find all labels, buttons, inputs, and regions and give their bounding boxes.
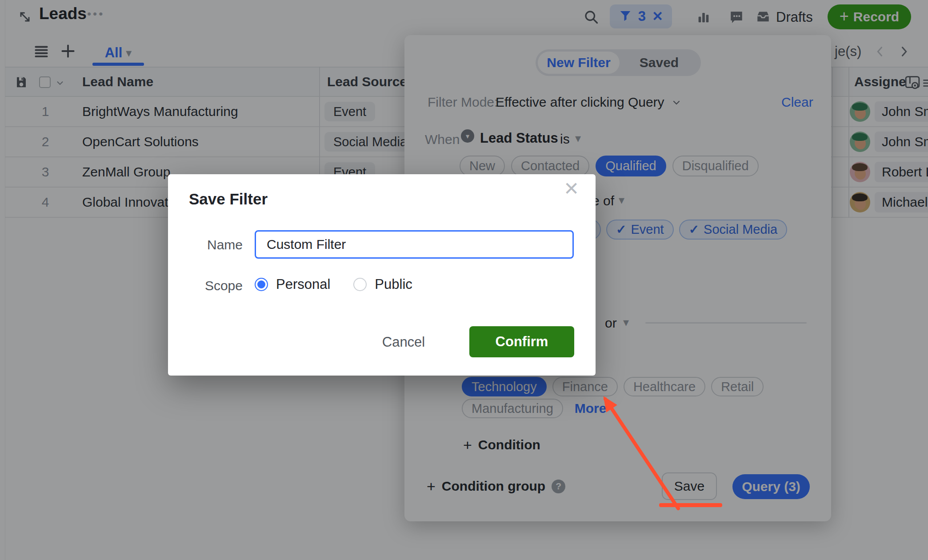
annotation-arrow <box>588 379 690 516</box>
cancel-button[interactable]: Cancel <box>376 329 431 356</box>
modal-title: Save Filter <box>189 190 268 208</box>
annotation-underline <box>659 503 722 507</box>
scope-label: Scope <box>194 278 243 293</box>
close-icon[interactable] <box>564 180 579 198</box>
scope-options: Personal Public <box>255 275 412 294</box>
radio-personal-label: Personal <box>276 276 330 292</box>
confirm-button[interactable]: Confirm <box>469 326 574 357</box>
radio-personal[interactable] <box>255 278 268 291</box>
app-window: Leads ••• 3 ✕ Drafts + Record All je(s) <box>0 0 928 560</box>
filter-name-input[interactable] <box>255 230 574 259</box>
name-label: Name <box>194 237 243 252</box>
radio-public-label: Public <box>375 276 412 292</box>
save-filter-modal: Save Filter Name Scope Personal Public C… <box>168 174 596 376</box>
radio-public[interactable] <box>353 278 367 291</box>
